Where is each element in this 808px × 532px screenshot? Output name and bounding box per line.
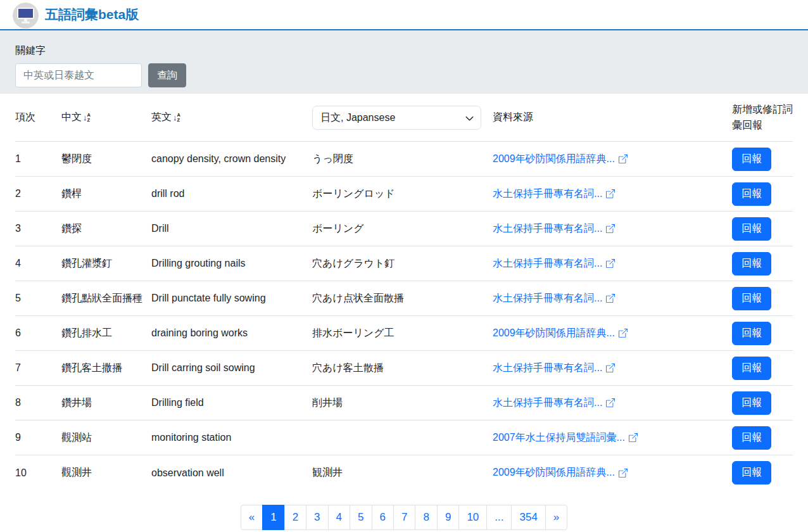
source-link-label: 2007年水土保持局雙語詞彙... bbox=[493, 431, 625, 445]
table-row: 8 鑽井場 Drilling field 削井場 水土保持手冊專有名詞... 回… bbox=[15, 386, 793, 421]
row-index: 5 bbox=[15, 293, 61, 304]
table-row: 5 鑽孔點狀全面播種 Drill punctate fully sowing 穴… bbox=[15, 281, 793, 316]
report-cell: 回報 bbox=[732, 322, 793, 345]
source-cell: 水土保持手冊專有名詞... bbox=[493, 222, 732, 236]
app-header: 五語詞彙beta版 bbox=[0, 0, 808, 30]
source-link[interactable]: 2009年砂防関係用語辞典... bbox=[493, 327, 628, 340]
report-cell: 回報 bbox=[732, 391, 793, 415]
source-link[interactable]: 水土保持手冊專有名詞... bbox=[493, 362, 615, 375]
pagination-page-1[interactable]: 1 bbox=[262, 505, 284, 530]
source-link[interactable]: 2007年水土保持局雙語詞彙... bbox=[493, 431, 638, 445]
pagination-page-5[interactable]: 5 bbox=[350, 505, 372, 530]
table-row: 4 鑽孔灌漿釘 Drilling grouting nails 穴あけグラウト釘… bbox=[15, 246, 793, 281]
japanese-term: 穴あけグラウト釘 bbox=[312, 257, 493, 270]
language-select-cell: 日文, Japansese bbox=[312, 106, 493, 130]
source-link-label: 水土保持手冊專有名詞... bbox=[493, 222, 602, 236]
pagination-page-9[interactable]: 9 bbox=[437, 505, 459, 530]
english-term: Drill bbox=[151, 223, 312, 234]
report-button[interactable]: 回報 bbox=[732, 426, 771, 450]
pagination-page-3[interactable]: 3 bbox=[306, 505, 328, 530]
report-button[interactable]: 回報 bbox=[732, 357, 771, 380]
source-link[interactable]: 水土保持手冊專有名詞... bbox=[493, 396, 615, 410]
english-term: drill rod bbox=[151, 188, 312, 200]
japanese-term: ボーリングロッド bbox=[312, 187, 493, 201]
english-term: draining boring works bbox=[151, 327, 312, 339]
source-link-label: 2009年砂防関係用語辞典... bbox=[493, 466, 615, 479]
report-button[interactable]: 回報 bbox=[732, 287, 771, 310]
report-button[interactable]: 回報 bbox=[732, 217, 771, 241]
source-link[interactable]: 2009年砂防関係用語辞典... bbox=[493, 153, 628, 166]
report-button[interactable]: 回報 bbox=[732, 461, 771, 484]
source-cell: 水土保持手冊專有名詞... bbox=[493, 187, 732, 201]
report-button[interactable]: 回報 bbox=[732, 182, 771, 206]
pagination-page-8[interactable]: 8 bbox=[415, 505, 437, 530]
chinese-term: 鑽桿 bbox=[61, 187, 151, 201]
english-term: observation well bbox=[151, 467, 312, 479]
column-header-chinese[interactable]: 中文 ↓ AZ bbox=[61, 111, 151, 124]
pagination-page-7[interactable]: 7 bbox=[393, 505, 415, 530]
query-button[interactable]: 查詢 bbox=[148, 63, 186, 87]
japanese-term: 観測井 bbox=[312, 466, 493, 479]
row-index: 10 bbox=[15, 467, 61, 479]
english-term: Drill punctate fully sowing bbox=[151, 293, 312, 304]
sort-alpha-down-icon: ↓ AZ bbox=[83, 113, 91, 123]
column-header-index: 項次 bbox=[15, 111, 61, 124]
english-term: Drilling grouting nails bbox=[151, 258, 312, 269]
row-index: 7 bbox=[15, 362, 61, 374]
pagination-page-354[interactable]: 354 bbox=[511, 505, 545, 530]
japanese-term: 穴あけ点状全面散播 bbox=[312, 292, 493, 305]
japanese-term: ボーリング bbox=[312, 222, 493, 236]
report-button[interactable]: 回報 bbox=[732, 322, 771, 345]
row-index: 2 bbox=[15, 188, 61, 200]
monitor-icon bbox=[17, 8, 34, 19]
pagination-page-4[interactable]: 4 bbox=[328, 505, 350, 530]
english-term: Drill carring soil sowing bbox=[151, 362, 312, 374]
report-cell: 回報 bbox=[732, 182, 793, 206]
table-row: 1 鬱閉度 canopy density, crown density うっ閉度… bbox=[15, 142, 793, 177]
source-cell: 2007年水土保持局雙語詞彙... bbox=[493, 431, 732, 445]
external-link-icon bbox=[606, 224, 615, 233]
report-button[interactable]: 回報 bbox=[732, 148, 771, 171]
japanese-term: 穴あけ客土散播 bbox=[312, 362, 493, 375]
keyword-input[interactable] bbox=[15, 63, 142, 87]
table-row: 2 鑽桿 drill rod ボーリングロッド 水土保持手冊專有名詞... 回報 bbox=[15, 177, 793, 212]
column-header-source: 資料來源 bbox=[493, 111, 732, 124]
row-index: 1 bbox=[15, 153, 61, 165]
sort-alpha-down-icon: ↓ AZ bbox=[173, 113, 180, 123]
pagination-next[interactable]: » bbox=[545, 505, 567, 530]
external-link-icon bbox=[606, 294, 615, 303]
external-link-icon bbox=[619, 469, 628, 478]
pagination: « 1 2 3 4 5 6 7 8 9 10 ... 354 » bbox=[0, 505, 808, 530]
source-link[interactable]: 水土保持手冊專有名詞... bbox=[493, 187, 615, 201]
source-link[interactable]: 水土保持手冊專有名詞... bbox=[493, 222, 615, 236]
column-header-report: 新增或修訂詞彙回報 bbox=[732, 102, 793, 134]
report-cell: 回報 bbox=[732, 461, 793, 484]
japanese-term: 削井場 bbox=[312, 396, 493, 410]
source-link-label: 水土保持手冊專有名詞... bbox=[493, 362, 602, 375]
report-button[interactable]: 回報 bbox=[732, 391, 771, 415]
table-row: 3 鑽探 Drill ボーリング 水土保持手冊專有名詞... 回報 bbox=[15, 212, 793, 246]
english-term: monitoring station bbox=[151, 432, 312, 443]
report-button[interactable]: 回報 bbox=[732, 252, 771, 276]
row-index: 8 bbox=[15, 397, 61, 408]
source-link[interactable]: 2009年砂防関係用語辞典... bbox=[493, 466, 628, 479]
source-cell: 水土保持手冊專有名詞... bbox=[493, 257, 732, 270]
row-index: 9 bbox=[15, 432, 61, 443]
table-row: 7 鑽孔客土撒播 Drill carring soil sowing 穴あけ客土… bbox=[15, 351, 793, 386]
japanese-term: うっ閉度 bbox=[312, 153, 493, 166]
pagination-page-2[interactable]: 2 bbox=[284, 505, 306, 530]
source-link[interactable]: 水土保持手冊專有名詞... bbox=[493, 292, 615, 305]
chinese-term: 鑽孔點狀全面播種 bbox=[61, 292, 151, 305]
column-header-english[interactable]: 英文 ↓ AZ bbox=[151, 111, 312, 124]
table-row: 6 鑽孔排水工 draining boring works 排水ボーリング工 2… bbox=[15, 316, 793, 351]
chinese-term: 鑽孔排水工 bbox=[61, 327, 151, 340]
source-link[interactable]: 水土保持手冊專有名詞... bbox=[493, 257, 615, 270]
pagination-page-6[interactable]: 6 bbox=[372, 505, 394, 530]
chinese-term: 觀測站 bbox=[61, 431, 151, 445]
language-select[interactable]: 日文, Japansese bbox=[312, 106, 481, 130]
pagination-page-10[interactable]: 10 bbox=[458, 505, 487, 530]
pagination-prev[interactable]: « bbox=[241, 505, 263, 530]
row-index: 4 bbox=[15, 258, 61, 269]
table-header-row: 項次 中文 ↓ AZ 英文 ↓ AZ 日文, Japansese bbox=[15, 94, 793, 142]
chinese-term: 觀測井 bbox=[61, 466, 151, 479]
